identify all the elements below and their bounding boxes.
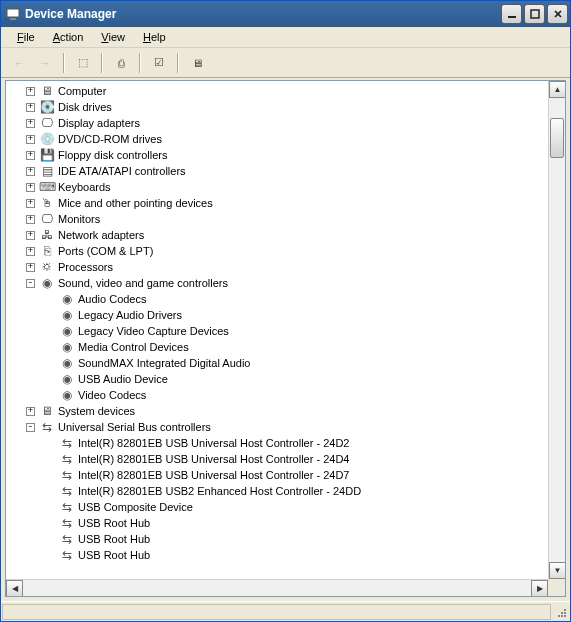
vertical-scrollbar[interactable]: ▲ ▼ bbox=[548, 81, 565, 579]
scan-button[interactable]: 🖥 bbox=[185, 52, 209, 74]
tree-connector bbox=[46, 391, 55, 400]
tree-node-label: Legacy Video Capture Devices bbox=[78, 323, 229, 339]
tree-node[interactable]: ⇆USB Root Hub bbox=[6, 531, 548, 547]
tree-node-label: Network adapters bbox=[58, 227, 144, 243]
expand-icon[interactable]: + bbox=[26, 87, 35, 96]
tree-node[interactable]: ⇆Intel(R) 82801EB USB Universal Host Con… bbox=[6, 451, 548, 467]
mouse-icon: 🖱 bbox=[39, 195, 55, 211]
toolbar: ← → ⬚ ⎙ ☑ 🖥 bbox=[1, 48, 570, 78]
tree-node[interactable]: -◉Sound, video and game controllers bbox=[6, 275, 548, 291]
resize-grip[interactable] bbox=[552, 603, 570, 621]
properties-button[interactable]: ☑ bbox=[147, 52, 171, 74]
display-icon: 🖵 bbox=[39, 115, 55, 131]
expand-icon[interactable]: + bbox=[26, 119, 35, 128]
tree-node[interactable]: -⇆Universal Serial Bus controllers bbox=[6, 419, 548, 435]
tree-node[interactable]: ◉Media Control Devices bbox=[6, 339, 548, 355]
tree-node-label: Legacy Audio Drivers bbox=[78, 307, 182, 323]
expand-icon[interactable]: + bbox=[26, 407, 35, 416]
collapse-icon[interactable]: - bbox=[26, 423, 35, 432]
tree-node[interactable]: ⇆USB Root Hub bbox=[6, 515, 548, 531]
scroll-up-button[interactable]: ▲ bbox=[549, 81, 566, 98]
menu-action[interactable]: Action bbox=[45, 29, 92, 45]
tree-connector bbox=[46, 295, 55, 304]
title-bar[interactable]: Device Manager bbox=[1, 1, 570, 27]
expand-icon[interactable]: + bbox=[26, 151, 35, 160]
tree-node[interactable]: +🖵Display adapters bbox=[6, 115, 548, 131]
up-button[interactable]: ⬚ bbox=[71, 52, 95, 74]
tree-node[interactable]: ◉Audio Codecs bbox=[6, 291, 548, 307]
tree-node-label: Audio Codecs bbox=[78, 291, 147, 307]
back-button[interactable]: ← bbox=[7, 52, 31, 74]
tree-node[interactable]: +▤IDE ATA/ATAPI controllers bbox=[6, 163, 548, 179]
tree-node[interactable]: ⇆USB Root Hub bbox=[6, 547, 548, 563]
floppy-icon: 💾 bbox=[39, 147, 55, 163]
tree-node[interactable]: ⇆USB Composite Device bbox=[6, 499, 548, 515]
svg-rect-3 bbox=[531, 10, 539, 18]
scroll-right-button[interactable]: ▶ bbox=[531, 580, 548, 597]
tree-connector bbox=[46, 439, 55, 448]
tree-node[interactable]: ⇆Intel(R) 82801EB USB2 Enhanced Host Con… bbox=[6, 483, 548, 499]
expand-icon[interactable]: + bbox=[26, 231, 35, 240]
tree-node-label: Mice and other pointing devices bbox=[58, 195, 213, 211]
network-icon: 🖧 bbox=[39, 227, 55, 243]
app-icon bbox=[5, 6, 21, 22]
scroll-thumb[interactable] bbox=[550, 118, 564, 158]
tree-node[interactable]: ◉SoundMAX Integrated Digital Audio bbox=[6, 355, 548, 371]
sound-icon: ◉ bbox=[59, 371, 75, 387]
sound-icon: ◉ bbox=[59, 339, 75, 355]
expand-icon[interactable]: + bbox=[26, 263, 35, 272]
tree-node[interactable]: +💿DVD/CD-ROM drives bbox=[6, 131, 548, 147]
tree-node[interactable]: +🖧Network adapters bbox=[6, 227, 548, 243]
expand-icon[interactable]: + bbox=[26, 183, 35, 192]
tree-node[interactable]: +🖥Computer bbox=[6, 83, 548, 99]
tree-node[interactable]: +⎘Ports (COM & LPT) bbox=[6, 243, 548, 259]
minimize-button[interactable] bbox=[501, 4, 522, 24]
menu-file[interactable]: File bbox=[9, 29, 43, 45]
device-tree[interactable]: +🖥Computer+💽Disk drives+🖵Display adapter… bbox=[6, 81, 548, 579]
usb-icon: ⇆ bbox=[59, 547, 75, 563]
close-button[interactable] bbox=[547, 4, 568, 24]
print-button[interactable]: ⎙ bbox=[109, 52, 133, 74]
tree-node[interactable]: +💽Disk drives bbox=[6, 99, 548, 115]
sound-icon: ◉ bbox=[59, 355, 75, 371]
scroll-left-button[interactable]: ◀ bbox=[6, 580, 23, 597]
usb-icon: ⇆ bbox=[59, 451, 75, 467]
svg-rect-8 bbox=[564, 612, 566, 614]
tree-node[interactable]: +🖥System devices bbox=[6, 403, 548, 419]
usb-icon: ⇆ bbox=[59, 483, 75, 499]
keyboard-icon: ⌨ bbox=[39, 179, 55, 195]
forward-button[interactable]: → bbox=[33, 52, 57, 74]
toolbar-separator bbox=[177, 53, 179, 73]
tree-node[interactable]: ◉Legacy Video Capture Devices bbox=[6, 323, 548, 339]
tree-node[interactable]: +💾Floppy disk controllers bbox=[6, 147, 548, 163]
menu-view[interactable]: View bbox=[93, 29, 133, 45]
expand-icon[interactable]: + bbox=[26, 247, 35, 256]
expand-icon[interactable]: + bbox=[26, 215, 35, 224]
expand-icon[interactable]: + bbox=[26, 135, 35, 144]
tree-node-label: Disk drives bbox=[58, 99, 112, 115]
usb-icon: ⇆ bbox=[59, 499, 75, 515]
expand-icon[interactable]: + bbox=[26, 199, 35, 208]
collapse-icon[interactable]: - bbox=[26, 279, 35, 288]
scroll-down-button[interactable]: ▼ bbox=[549, 562, 566, 579]
tree-node[interactable]: +🖱Mice and other pointing devices bbox=[6, 195, 548, 211]
tree-node-label: USB Audio Device bbox=[78, 371, 168, 387]
expand-icon[interactable]: + bbox=[26, 103, 35, 112]
window-title: Device Manager bbox=[25, 7, 501, 21]
menu-help[interactable]: Help bbox=[135, 29, 174, 45]
tree-node[interactable]: ⇆Intel(R) 82801EB USB Universal Host Con… bbox=[6, 435, 548, 451]
expand-icon[interactable]: + bbox=[26, 167, 35, 176]
tree-node[interactable]: +🖵Monitors bbox=[6, 211, 548, 227]
tree-node[interactable]: ◉USB Audio Device bbox=[6, 371, 548, 387]
tree-node[interactable]: ⇆Intel(R) 82801EB USB Universal Host Con… bbox=[6, 467, 548, 483]
toolbar-separator bbox=[63, 53, 65, 73]
port-icon: ⎘ bbox=[39, 243, 55, 259]
tree-node[interactable]: ◉Legacy Audio Drivers bbox=[6, 307, 548, 323]
tree-node[interactable]: ◉Video Codecs bbox=[6, 387, 548, 403]
tree-node-label: Media Control Devices bbox=[78, 339, 189, 355]
tree-node[interactable]: +⌨Keyboards bbox=[6, 179, 548, 195]
up-level-icon: ⬚ bbox=[78, 56, 88, 69]
horizontal-scrollbar[interactable]: ◀ ▶ bbox=[6, 579, 548, 596]
tree-node[interactable]: +⛭Processors bbox=[6, 259, 548, 275]
maximize-button[interactable] bbox=[524, 4, 545, 24]
